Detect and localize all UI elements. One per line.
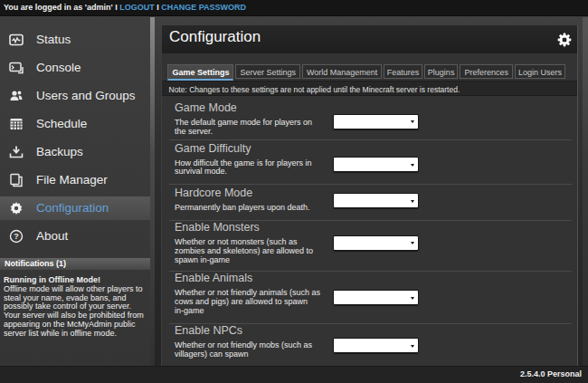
svg-text:?: ? [14, 232, 19, 241]
